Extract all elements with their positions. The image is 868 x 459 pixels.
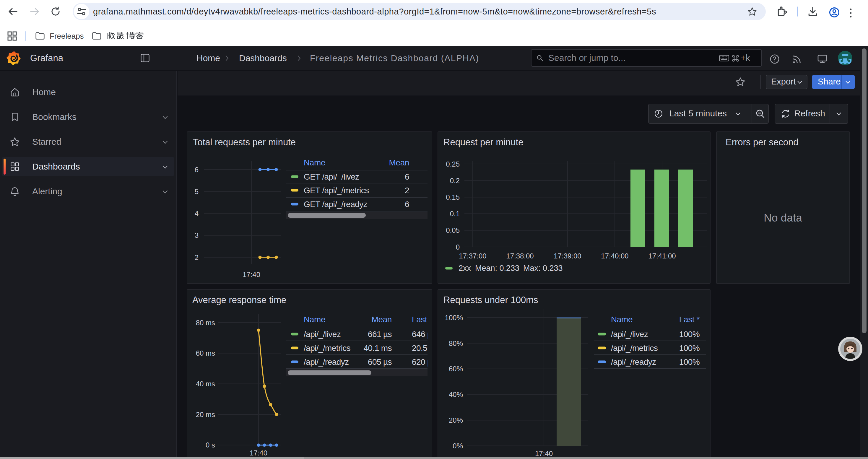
svg-text:20 ms: 20 ms [196,411,215,419]
svg-text:Name: Name [611,315,632,324]
svg-text:/api/_/readyz: /api/_/readyz [611,357,656,366]
svg-text:100%: 100% [679,330,700,339]
svg-text:60%: 60% [449,365,463,373]
svg-text:2: 2 [405,186,409,195]
svg-text:No data: No data [764,212,802,224]
svg-text:100%: 100% [679,357,700,366]
svg-text:3: 3 [195,231,198,239]
svg-text:40 ms: 40 ms [196,380,215,388]
svg-text:0.25: 0.25 [446,160,460,168]
svg-text:80%: 80% [449,339,463,347]
svg-text:5: 5 [195,188,198,196]
svg-text:17:40: 17:40 [250,449,267,457]
svg-text:GET /api/_/livez: GET /api/_/livez [304,172,359,182]
svg-text:Last *: Last * [679,315,700,324]
svg-text:/api/_/metrics: /api/_/metrics [304,343,350,353]
svg-text:/api/_/livez: /api/_/livez [611,330,648,339]
svg-text:Max: 0.233: Max: 0.233 [523,264,563,273]
svg-text:/api/_/metrics: /api/_/metrics [611,343,658,353]
svg-text:100%: 100% [445,314,463,322]
svg-text:Name: Name [304,315,325,324]
svg-text:Total requests per minute: Total requests per minute [193,137,296,147]
svg-text:2: 2 [195,254,198,261]
svg-text:2xx: 2xx [459,264,471,273]
svg-text:6: 6 [405,172,409,182]
svg-text:6: 6 [195,166,198,174]
svg-text:GET /api/_/readyz: GET /api/_/readyz [304,200,367,209]
svg-text:4: 4 [195,209,198,218]
svg-text:Errors per second: Errors per second [725,137,798,147]
svg-text:GET /api/_/metrics: GET /api/_/metrics [304,186,369,195]
svg-text:60 ms: 60 ms [196,349,215,357]
svg-text:6: 6 [405,200,409,209]
svg-text:/api/_/livez: /api/_/livez [304,330,341,339]
svg-text:661 µs: 661 µs [368,330,392,339]
svg-text:0.1: 0.1 [450,210,460,218]
svg-text:Mean: Mean [389,158,409,167]
svg-text:100%: 100% [679,343,700,353]
svg-text:17:37:00: 17:37:00 [459,252,486,260]
svg-text:Request per minute: Request per minute [443,137,524,147]
svg-text:17:40: 17:40 [535,450,553,458]
svg-text:605 µs: 605 µs [368,357,392,366]
svg-text:17:41:00: 17:41:00 [648,252,676,260]
svg-text:Name: Name [304,158,325,167]
svg-text:40%: 40% [449,391,463,398]
svg-text:40.1 ms: 40.1 ms [364,343,392,353]
svg-text:Requests under 100ms: Requests under 100ms [443,295,538,305]
svg-text:Mean: Mean [372,315,392,324]
svg-text:0 s: 0 s [206,441,215,449]
svg-text:80 ms: 80 ms [196,319,215,327]
svg-text:20%: 20% [449,416,463,424]
svg-text:17:38:00: 17:38:00 [506,252,533,260]
svg-text:17:40:00: 17:40:00 [601,252,628,260]
svg-text:0.15: 0.15 [446,193,460,201]
svg-text:0%: 0% [453,442,463,450]
svg-text:/api/_/readyz: /api/_/readyz [304,357,349,366]
svg-text:0.2: 0.2 [450,177,460,185]
svg-text:0.05: 0.05 [446,226,460,234]
svg-text:0: 0 [456,243,460,251]
svg-text:Average response time: Average response time [192,295,286,305]
svg-text:17:40: 17:40 [243,270,260,278]
svg-text:17:39:00: 17:39:00 [554,252,581,260]
svg-text:Mean: 0.233: Mean: 0.233 [475,264,519,273]
